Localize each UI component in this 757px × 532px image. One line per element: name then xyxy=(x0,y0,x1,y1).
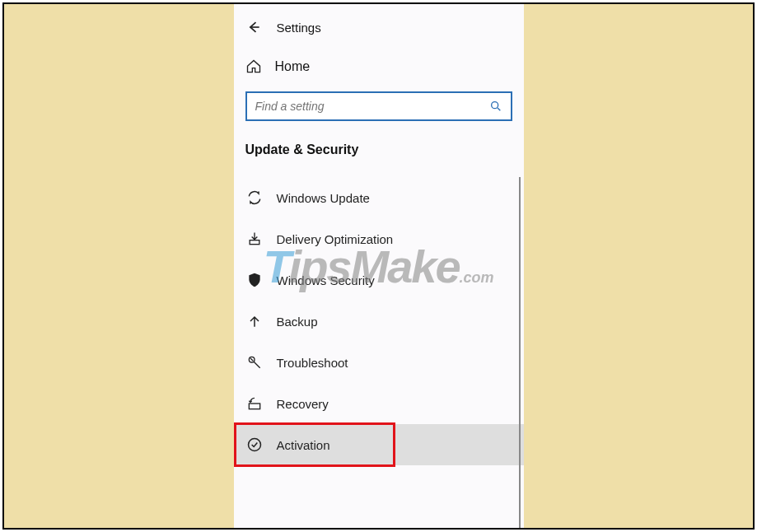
svg-line-2 xyxy=(498,108,500,110)
page-title: Settings xyxy=(277,21,321,35)
sidebar-item-windows-security[interactable]: Windows Security xyxy=(234,259,524,301)
recovery-icon xyxy=(245,395,264,412)
home-nav[interactable]: Home xyxy=(234,50,524,86)
menu-item-label: Windows Update xyxy=(277,191,370,205)
sidebar-item-delivery-optimization[interactable]: Delivery Optimization xyxy=(234,218,524,259)
wrench-icon xyxy=(245,354,264,371)
svg-rect-3 xyxy=(250,240,259,245)
menu-item-label: Backup xyxy=(277,315,318,329)
svg-point-1 xyxy=(491,102,498,109)
sidebar-item-windows-update[interactable]: Windows Update xyxy=(234,177,524,218)
menu-item-label: Recovery xyxy=(277,397,329,411)
menu-item-label: Windows Security xyxy=(277,273,375,287)
scrollbar[interactable] xyxy=(519,177,521,528)
settings-menu: Windows Update Delivery Optimization Win… xyxy=(234,177,524,528)
menu-item-label: Delivery Optimization xyxy=(277,232,394,246)
delivery-icon xyxy=(245,231,264,247)
menu-item-label: Activation xyxy=(277,438,330,452)
search-icon[interactable] xyxy=(481,100,511,113)
search-box[interactable] xyxy=(245,91,512,121)
home-label: Home xyxy=(275,59,311,74)
window-header: Settings xyxy=(234,16,524,50)
sidebar-item-recovery[interactable]: Recovery xyxy=(234,383,524,424)
svg-rect-5 xyxy=(249,404,259,409)
sidebar-item-backup[interactable]: Backup xyxy=(234,301,524,342)
check-circle-icon xyxy=(245,436,264,453)
home-icon xyxy=(245,58,262,75)
sync-icon xyxy=(245,189,264,206)
section-header: Update & Security xyxy=(234,136,524,177)
back-icon[interactable] xyxy=(245,19,262,35)
shield-icon xyxy=(245,272,264,288)
menu-item-label: Troubleshoot xyxy=(277,356,348,370)
sidebar-item-activation[interactable]: Activation xyxy=(234,424,524,465)
search-input[interactable] xyxy=(247,93,481,119)
backup-arrow-icon xyxy=(245,313,264,329)
sidebar-item-troubleshoot[interactable]: Troubleshoot xyxy=(234,342,524,383)
svg-point-6 xyxy=(248,439,260,451)
settings-window: Settings Home Update & Security Windows … xyxy=(234,4,524,528)
